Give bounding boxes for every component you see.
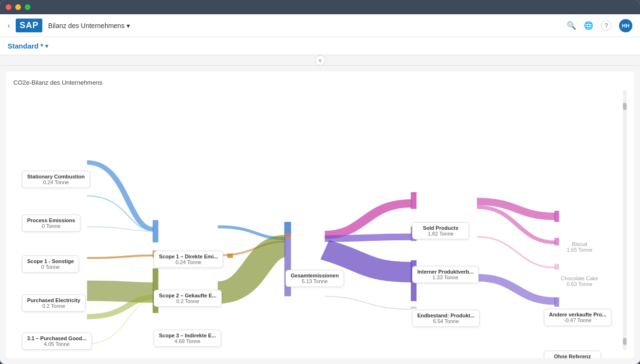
node-scope2[interactable]: Scope 2 – Gekaufte E... 0.2 Tonne xyxy=(154,290,222,307)
svg-rect-10 xyxy=(411,307,416,309)
node-purchased-electricity[interactable]: Purchased Electricity 0.2 Tonne xyxy=(22,295,86,312)
titlebar xyxy=(0,0,640,14)
help-icon[interactable]: ? xyxy=(601,20,611,31)
node-title: Gesamtemissionen xyxy=(291,273,339,278)
node-value: 1.65 Tonne xyxy=(556,247,603,253)
main-content: CO2e-Bilanz des Unternehmens xyxy=(0,66,640,364)
node-title: Scope 1 - Sonstige xyxy=(27,258,74,264)
node-value: 0.2 Tonne xyxy=(27,303,80,309)
user-avatar[interactable]: HH xyxy=(619,19,632,32)
globe-icon[interactable]: 🌐 xyxy=(584,21,593,30)
collapse-button[interactable]: ∨ xyxy=(315,55,325,66)
node-title: Andere verkaufte Pro... xyxy=(549,312,606,317)
node-value: 0.2 Tonne xyxy=(159,298,217,304)
app-title: Bilanz des Unternehmens ▾ xyxy=(48,22,129,30)
svg-rect-13 xyxy=(554,264,559,270)
node-value: 1.33 Tonne xyxy=(417,275,473,280)
node-value: 1.82 Tonne xyxy=(417,231,464,236)
node-title: Scope 2 – Gekaufte E... xyxy=(159,293,217,298)
minimize-button[interactable] xyxy=(15,4,21,10)
svg-rect-6 xyxy=(285,233,291,237)
standard-chevron-icon[interactable]: ▾ xyxy=(45,43,48,49)
node-title: Ohne Referenz xyxy=(549,354,596,358)
node-endbestand[interactable]: Endbestand: Produkt... 6.54 Tonne xyxy=(412,310,480,327)
node-value: 6.54 Tonne xyxy=(417,318,474,324)
search-icon[interactable]: 🔍 xyxy=(567,21,576,30)
node-title: Purchased Electricity xyxy=(27,297,80,303)
node-title: Stationary Combustion xyxy=(27,174,85,179)
svg-rect-1 xyxy=(153,220,158,243)
chart-card: CO2e-Bilanz des Unternehmens xyxy=(6,71,634,358)
node-biscuit[interactable]: Biscuit 1.65 Tonne xyxy=(556,241,603,253)
scrollbar-thumb-bottom[interactable] xyxy=(623,338,627,345)
chart-title: CO2e-Bilanz des Unternehmens xyxy=(13,79,627,86)
svg-rect-5 xyxy=(285,222,291,233)
node-title: Process Emissions xyxy=(27,217,75,223)
topbar-right: 🔍 🌐 ? HH xyxy=(567,19,632,32)
node-gesamtemissionen[interactable]: Gesamtemissionen 5.13 Tonne xyxy=(286,270,344,287)
svg-rect-7 xyxy=(411,192,416,209)
svg-rect-0 xyxy=(227,254,233,258)
node-value: 4.69 Tonne xyxy=(159,338,216,344)
node-title: Endbestand: Produkt... xyxy=(417,313,474,318)
node-title: Scope 3 – Indirekte E... xyxy=(159,333,216,338)
node-stationary-combustion[interactable]: Stationary Combustion 0.24 Tonne xyxy=(22,171,90,188)
scrollbar-thumb-top[interactable] xyxy=(623,103,627,110)
node-value: 4.05 Tonne xyxy=(27,341,87,347)
sankey-container: Stationary Combustion 0.24 Tonne Process… xyxy=(13,90,627,350)
maximize-button[interactable] xyxy=(25,4,30,10)
scrollbar[interactable] xyxy=(623,90,627,350)
node-value: 0.24 Tonne xyxy=(27,179,85,185)
node-title: Biscuit xyxy=(556,241,603,247)
subbar: Standard* ▾ xyxy=(0,37,640,55)
node-process-emissions[interactable]: Process Emissions 0 Tonne xyxy=(22,215,80,232)
svg-rect-11 xyxy=(554,211,559,222)
node-value: 0.63 Tonne xyxy=(556,281,603,287)
node-chocolate-cake[interactable]: Chocolate Cake 0.63 Tonne xyxy=(556,275,603,287)
node-andere-verkaufte[interactable]: Andere verkaufte Pro... -0.47 Tonne xyxy=(544,309,611,326)
topbar: ‹ SAP Bilanz des Unternehmens ▾ 🔍 🌐 ? HH xyxy=(0,14,640,37)
node-title: Sold Products xyxy=(417,225,464,231)
node-ohne-referenz[interactable]: Ohne Referenz 1.33 Tonne xyxy=(544,351,601,358)
node-scope3[interactable]: Scope 3 – Indirekte E... 4.69 Tonne xyxy=(154,330,221,347)
node-scope1[interactable]: Scope 1 – Direkte Emi... 0.24 Tonne xyxy=(154,251,223,268)
chevron-down-icon: ∨ xyxy=(318,58,322,63)
standard-label[interactable]: Standard* ▾ xyxy=(8,42,48,50)
node-value: 0 Tonne xyxy=(27,264,74,270)
node-title: 3.1 – Purchased Good... xyxy=(27,335,87,341)
node-sold-products[interactable]: Sold Products 1.82 Tonne xyxy=(412,222,469,239)
node-interner[interactable]: Interner Produktverb... 1.33 Tonne xyxy=(412,266,479,283)
back-button[interactable]: ‹ xyxy=(8,21,10,30)
node-value: 5.13 Tonne xyxy=(291,278,339,284)
node-value: -0.47 Tonne xyxy=(549,317,606,323)
app-title-dropdown-icon[interactable]: ▾ xyxy=(127,22,130,30)
sankey-svg xyxy=(13,90,627,350)
app-title-text: Bilanz des Unternehmens xyxy=(48,22,124,30)
asterisk: * xyxy=(40,42,43,50)
node-scope1-sonstige[interactable]: Scope 1 - Sonstige 0 Tonne xyxy=(22,256,79,273)
node-title: Chocolate Cake xyxy=(556,275,603,281)
collapse-bar: ∨ xyxy=(0,55,640,66)
app-window: ‹ SAP Bilanz des Unternehmens ▾ 🔍 🌐 ? HH… xyxy=(0,0,640,364)
node-value: 0 Tonne xyxy=(27,223,75,229)
close-button[interactable] xyxy=(6,4,11,10)
svg-rect-14 xyxy=(554,297,559,307)
node-value: 0.24 Tonne xyxy=(159,259,218,265)
node-title: Interner Produktverb... xyxy=(417,269,473,275)
standard-text: Standard xyxy=(8,42,39,50)
node-purchased-goods[interactable]: 3.1 – Purchased Good... 4.05 Tonne xyxy=(22,333,92,350)
sap-logo: SAP xyxy=(16,19,42,32)
node-title: Scope 1 – Direkte Emi... xyxy=(159,254,218,259)
